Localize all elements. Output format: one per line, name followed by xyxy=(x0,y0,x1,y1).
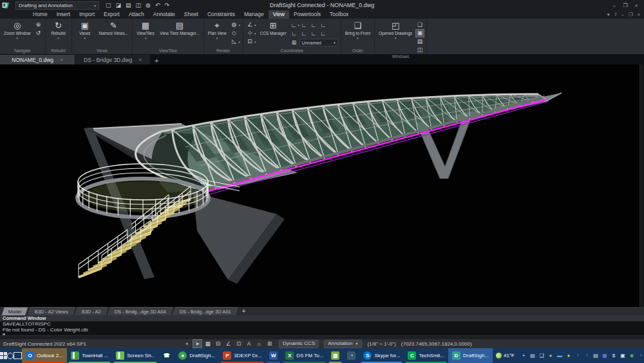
taskbar-app-screen-share[interactable]: ▍Screen Sh... xyxy=(112,348,158,363)
redo-icon[interactable]: ↷ xyxy=(164,2,169,8)
document-tab[interactable]: NONAME_0.dwg× xyxy=(0,55,75,64)
polar-icon[interactable]: ∠ xyxy=(224,340,232,348)
tray-green-status-icon[interactable]: ● xyxy=(547,348,554,363)
tray-currency-icon[interactable]: $ xyxy=(610,348,618,363)
lineweight-icon[interactable]: ☼ xyxy=(255,340,263,348)
plan-view-button[interactable]: ⌖ Plan View ▾ xyxy=(207,20,228,40)
ccs-world-icon[interactable]: ∟ xyxy=(290,22,297,29)
named-views-button[interactable]: ✎ Named Views... xyxy=(98,20,129,36)
zoom-window-button[interactable]: ◎ Zoom Window ▾ xyxy=(3,20,32,40)
collapse-ribbon-icon[interactable]: ▾ xyxy=(607,12,610,17)
annotation-scale-icon[interactable]: A xyxy=(245,340,253,348)
taskbar-app-techsmith[interactable]: CTechSmit... xyxy=(404,348,448,363)
ccs-face-icon[interactable]: ∟ xyxy=(290,30,298,37)
taskbar-app-townhall[interactable]: ▍TownHall ... xyxy=(67,348,112,363)
ortho-icon[interactable]: ⊟ xyxy=(214,340,222,348)
new-file-icon[interactable]: ▢ xyxy=(106,2,111,8)
save-icon[interactable]: ▤ xyxy=(126,2,131,8)
ccs-entity-icon[interactable]: ∟ xyxy=(319,22,327,29)
pointer-capture-icon[interactable]: ⌖ xyxy=(183,340,191,348)
render-settings-icon[interactable]: ◍ xyxy=(146,2,151,8)
undo-icon[interactable]: ↶ xyxy=(155,2,160,8)
task-view-button[interactable] xyxy=(14,348,22,363)
views-button[interactable]: ▣ Views ▾ xyxy=(75,20,95,40)
ccs-manager-button[interactable]: ⊞ CCS Manager xyxy=(258,20,287,36)
opened-drawings-button[interactable]: ◰ Opened Drawings ▾ xyxy=(377,20,413,40)
drawing-viewport[interactable] xyxy=(0,64,644,307)
tile-horizontal-icon[interactable]: ▤ xyxy=(416,38,424,45)
menu-home[interactable]: Home xyxy=(28,10,52,19)
new-document-tab-button[interactable]: + xyxy=(151,57,162,64)
ccs-name-combo[interactable]: ⊞ Unnamed ▾ xyxy=(290,39,338,46)
taskbar-app-excel[interactable]: XDS FM To... xyxy=(281,348,327,363)
restore-doc-icon[interactable]: ❐ xyxy=(629,12,633,17)
taskbar-app-3dexperience[interactable]: P3DEXP Dr... xyxy=(219,348,265,363)
pan-icon[interactable]: ⊕ xyxy=(35,21,43,28)
close-doc-icon[interactable]: × xyxy=(638,12,640,17)
taskbar-app-draftsight[interactable]: DDraftSigh... xyxy=(448,348,493,363)
tray-mail-icon[interactable]: ▤ xyxy=(592,348,600,363)
menu-annotate[interactable]: Annotate xyxy=(149,10,180,19)
tray-upload-1-icon[interactable]: ↑ xyxy=(574,348,582,363)
menu-constraints[interactable]: Constraints xyxy=(203,10,240,19)
tile-vertical-icon[interactable]: ◫ xyxy=(416,46,424,54)
menu-attach[interactable]: Attach xyxy=(124,10,149,19)
cursor-select-icon[interactable]: ➤ xyxy=(193,340,202,348)
restore-button[interactable]: ❐ xyxy=(621,3,630,8)
start-button[interactable] xyxy=(0,348,7,363)
menu-sheet[interactable]: Sheet xyxy=(180,10,203,19)
menu-powertools[interactable]: Powertools xyxy=(289,10,325,19)
tray-expand-icon[interactable]: + xyxy=(520,348,527,363)
esnap-icon[interactable]: ⊡ xyxy=(234,340,243,348)
drag-icon[interactable]: ⊞ xyxy=(265,340,274,348)
close-button[interactable]: × xyxy=(632,3,641,8)
sheet-tab-b3d-a2-views[interactable]: B3D - A2 Views xyxy=(28,307,75,315)
ccs-previous-icon[interactable]: ∟ xyxy=(300,30,308,37)
menu-view[interactable]: View xyxy=(269,10,289,19)
ccs-view-icon[interactable]: ∟ xyxy=(310,22,317,29)
taskbar-search-button[interactable] xyxy=(7,348,14,363)
taskbar-app-skype[interactable]: SSkype for... xyxy=(359,348,404,363)
rebuild-button[interactable]: ↻ Rebuild ▾ xyxy=(48,20,69,40)
workspace-select[interactable]: Drafting and Annotation ▾ xyxy=(15,1,99,10)
close-tab-icon[interactable]: × xyxy=(138,57,142,63)
command-window[interactable]: Command Window SAVEALLTOTRISPCFile not f… xyxy=(0,315,644,335)
menu-manage[interactable]: Manage xyxy=(240,10,269,19)
ccs-y-rotate-icon[interactable]: ∟ xyxy=(319,30,327,37)
document-tab[interactable]: DS - Bridge 3D.dwg× xyxy=(75,55,150,64)
taskbar-app-draftsight-home[interactable]: ●DraftSigh... xyxy=(175,348,219,363)
tray-chat-icon[interactable]: ▣ xyxy=(619,348,627,363)
taskbar-app-phone-app[interactable]: ☎ xyxy=(158,348,175,363)
tray-teams-icon[interactable]: ▦ xyxy=(601,348,609,363)
sheet-tab-model[interactable]: Model xyxy=(1,307,29,315)
menu-toolbox[interactable]: Toolbox xyxy=(325,10,353,19)
viewport-scrollbar[interactable] xyxy=(639,64,644,307)
taskbar-app-word[interactable]: W xyxy=(265,348,281,363)
minimize-button[interactable]: – xyxy=(610,3,619,8)
ccs-named-icon[interactable]: ⊡ xyxy=(246,38,254,45)
render-style-icon[interactable]: ◍ xyxy=(230,21,238,28)
ccs-origin-icon[interactable]: ⊹ xyxy=(246,30,254,37)
help-icon[interactable]: ? xyxy=(614,12,617,17)
weather-widget[interactable]: 41°F xyxy=(493,353,518,358)
ccs-z-axis-icon[interactable]: ∟ xyxy=(300,22,308,29)
close-tab-icon[interactable]: × xyxy=(60,57,63,63)
orbit-icon[interactable]: ↺ xyxy=(35,30,43,37)
tray-clipboard-icon[interactable]: ❏ xyxy=(538,348,545,363)
tray-shield-icon[interactable]: ◆ xyxy=(628,348,636,363)
hide-icon[interactable]: ◇ xyxy=(230,30,238,37)
tray-upload-2-icon[interactable]: ↑ xyxy=(583,348,591,363)
sheet-tab-ds-bridg-dge-3d-a04[interactable]: DS - Bridg...dge 3D A04 xyxy=(108,307,173,315)
taskbar-app-outlook[interactable]: OOutlook 2... xyxy=(22,348,67,363)
new-sheet-button[interactable]: + xyxy=(242,308,246,315)
viewtiles-button[interactable]: ▦ ViewTiles ▾ xyxy=(135,20,156,40)
section-icon[interactable]: ◺ xyxy=(230,38,238,45)
active-window-icon[interactable]: ▣ xyxy=(416,30,424,37)
tray-sync-icon[interactable]: ◔ xyxy=(637,348,644,363)
dynamic-ccs-button[interactable]: Dynamic CCS xyxy=(279,340,319,348)
cascade-icon[interactable]: ❏ xyxy=(416,21,424,28)
tray-lime-status-icon[interactable]: ● xyxy=(565,348,573,363)
taskbar-app-unknown-green-app[interactable]: ▥ xyxy=(327,348,343,363)
bring-to-front-button[interactable]: ❏ Bring to Front ▾ xyxy=(344,20,372,40)
tray-blue-app-icon[interactable]: ▬ xyxy=(556,348,564,363)
